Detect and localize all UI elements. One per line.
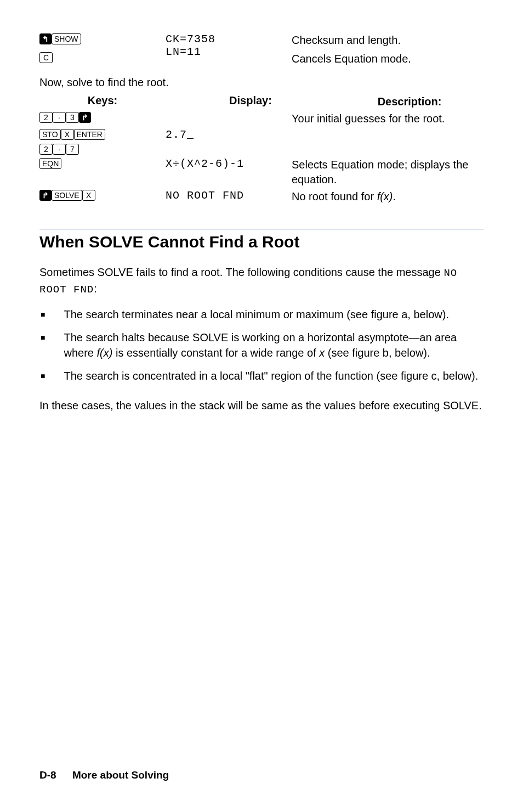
sto-key[interactable]: STO: [39, 129, 61, 140]
header-keys: Keys:: [39, 94, 187, 107]
footer-chapter: More about Solving: [72, 769, 169, 781]
bullet-3-text: The search is concentrated in a local "f…: [64, 368, 478, 384]
keys-two-seven: 2·7: [39, 143, 166, 155]
dot-key-b[interactable]: ·: [53, 144, 66, 155]
section-title: When SOLVE Cannot Find a Root: [39, 233, 484, 251]
intro-post: :: [94, 283, 97, 295]
display-ck: CK=7358: [166, 33, 292, 46]
row-sto: STOXENTER 2.7_: [39, 128, 484, 141]
intro-pre: Sometimes SOLVE fails to find a root. Th…: [39, 266, 444, 278]
desc-eqn: Selects Equation mode; displays the equa…: [292, 157, 484, 187]
shift-right-key-b[interactable]: ↱: [39, 190, 52, 201]
section-closing: In these cases, the values in the stack …: [39, 398, 484, 413]
section-rule: [39, 229, 484, 229]
row-guess: 2·3↱ Your initial guesses for the root.: [39, 111, 484, 126]
narrative-solve-root: Now, solve to find the root.: [39, 76, 484, 89]
bullet-1: The search terminates near a local minim…: [39, 307, 484, 322]
row-solve: ↱SOLVEX NO ROOT FND No root found for f(…: [39, 189, 484, 204]
shift-left-key[interactable]: ↰: [39, 33, 52, 44]
table-header: Keys: Display: Description:: [39, 94, 484, 109]
shift-right-key[interactable]: ↱: [79, 112, 91, 123]
header-description: Description:: [336, 94, 484, 109]
bullet-3: The search is concentrated in a local "f…: [39, 368, 484, 384]
display-eqn: X÷(X^2-6)-1: [166, 157, 292, 170]
enter-key[interactable]: ENTER: [74, 129, 105, 140]
bullet-list: The search terminates near a local minim…: [39, 307, 484, 384]
digit-2-key[interactable]: 2: [39, 112, 53, 123]
page-footer: D-8 More about Solving: [39, 769, 169, 781]
bullet-2-mid: is essentially constant for a wide range…: [112, 347, 319, 359]
dot-key[interactable]: ·: [53, 112, 66, 123]
desc-show: Checksum and length.: [292, 33, 484, 48]
x-key-b[interactable]: X: [82, 190, 95, 201]
bullet-2-x: x: [319, 347, 325, 359]
eqn-key[interactable]: EQN: [39, 158, 61, 169]
c-key[interactable]: C: [39, 52, 53, 63]
digit-7-key[interactable]: 7: [66, 144, 79, 155]
bullet-1-text: The search terminates near a local minim…: [64, 307, 448, 322]
desc-solve-pre: No root found for: [292, 190, 377, 202]
solve-key[interactable]: SOLVE: [52, 190, 82, 201]
display-ln: LN=11: [166, 46, 292, 58]
page-container: ↰SHOW CK=7358 LN=11 Checksum and length.…: [0, 0, 523, 812]
show-key[interactable]: SHOW: [52, 33, 81, 44]
desc-solve-post: .: [393, 190, 396, 202]
bullet-2-fx: f(x): [97, 347, 113, 359]
bullet-2: The search halts because SOLVE is workin…: [39, 330, 484, 360]
row-eqn: EQN X÷(X^2-6)-1 Selects Equation mode; d…: [39, 157, 484, 187]
desc-solve-fx: f(x): [377, 190, 393, 202]
keys-guess: 2·3↱: [39, 111, 166, 123]
keys-solve: ↱SOLVEX: [39, 189, 166, 201]
footer-page: D-8: [39, 769, 56, 781]
digit-2-key-b[interactable]: 2: [39, 144, 53, 155]
display-show: CK=7358 LN=11: [166, 33, 292, 58]
display-sto: 2.7_: [166, 128, 292, 141]
desc-c: Cancels Equation mode.: [292, 52, 484, 66]
desc-solve: No root found for f(x).: [292, 189, 484, 204]
bullet-2-text: The search halts because SOLVE is workin…: [64, 330, 484, 360]
section-intro: Sometimes SOLVE fails to find a root. Th…: [39, 264, 484, 297]
row-two-seven: 2·7: [39, 143, 484, 155]
keys-eqn: EQN: [39, 157, 166, 170]
digit-3-key[interactable]: 3: [66, 112, 79, 123]
bullet-2-post: (see figure b, below).: [325, 347, 430, 359]
keys-c: C: [39, 52, 166, 64]
x-key[interactable]: X: [61, 129, 74, 140]
header-display: Display:: [187, 94, 336, 107]
keys-sto: STOXENTER: [39, 128, 166, 140]
display-solve: NO ROOT FND: [166, 189, 292, 202]
keys-show: ↰SHOW: [39, 33, 166, 45]
desc-guess: Your initial guesses for the root.: [292, 111, 484, 126]
